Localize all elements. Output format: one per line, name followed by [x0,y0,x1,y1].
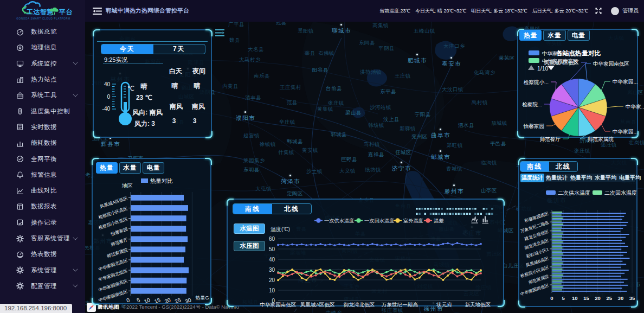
supply-temp-bar[interactable] [552,291,627,292]
sidebar-item-10[interactable]: 报警信息 [0,167,85,183]
supply-temp-bar[interactable] [552,270,629,271]
return-temp-bar[interactable] [552,235,563,237]
return-temp-bar[interactable] [552,277,562,278]
return-temp-bar[interactable] [552,265,562,266]
return-temp-bar[interactable] [552,229,562,231]
return-legend-swatch[interactable] [593,190,602,195]
return-temp-bar[interactable] [552,221,562,222]
pie-tab-3[interactable]: 电量 [568,30,590,41]
sidebar-item-14[interactable]: 客服系统管理 [0,231,85,246]
pie-legend-swatch[interactable] [529,58,539,63]
line-legend-label[interactable]: 一次回水温度 [364,218,394,223]
return-temp-bar[interactable] [552,290,563,291]
heat-bar[interactable] [131,195,184,201]
map-canvas[interactable]: 广平县魏县大名县大马村乡南乐县内黄县清丰县濮阳市辛庄镇范县王庄集村景阳镇冠县莘县… [85,22,644,313]
sidebar-item-4[interactable]: 热力站点 [0,72,85,87]
supply-temp-bar[interactable] [552,225,627,226]
heat-bar[interactable] [131,205,188,211]
pie-tab-1[interactable]: 热量 [519,30,542,41]
supply-temp-bar[interactable] [552,246,628,247]
supply-temp-bar[interactable] [552,231,621,232]
supply-temp-bar[interactable] [552,240,622,241]
return-temp-bar[interactable] [552,283,562,284]
heat-tab-3[interactable]: 电量 [143,162,164,174]
supply-temp-bar[interactable] [552,279,628,280]
user-role-label[interactable]: 管理员 [622,7,639,15]
sidebar-item-12[interactable]: 数据报表 [0,199,85,214]
supply-temp-bar[interactable] [552,228,623,229]
return-temp-bar[interactable] [552,259,563,260]
heat-bar[interactable] [131,288,186,294]
sidebar-item-6[interactable]: 温度集中控制 [0,103,85,119]
return-temp-bar[interactable] [552,257,562,258]
fullscreen-icon[interactable] [595,8,602,14]
return-temp-bar[interactable] [552,227,562,228]
supply-temp-bar[interactable] [552,243,626,244]
return-temp-bar[interactable] [552,215,562,216]
sidebar-item-7[interactable]: 实时数据 [0,119,85,135]
supply-temp-bar[interactable] [552,255,624,256]
stat-subtab-3[interactable]: 热量平均 [569,174,593,182]
heat-tab-1[interactable]: 热量 [96,162,118,174]
return-temp-bar[interactable] [552,212,563,213]
sidebar-item-11[interactable]: 曲线对比 [0,183,85,199]
return-temp-bar[interactable] [552,247,563,248]
return-temp-bar[interactable] [552,263,563,264]
supply-temp-bar[interactable] [552,264,627,265]
line-legend-label[interactable]: 一次供水温度 [324,218,354,223]
return-legend-label[interactable]: 二次回水温度 [604,190,637,196]
supply-temp-bar[interactable] [552,273,625,274]
sidebar-item-3[interactable]: 系统监控 [0,56,85,72]
supply-temp-bar[interactable] [552,234,629,235]
return-temp-bar[interactable] [552,218,563,219]
heat-bar[interactable] [131,226,186,232]
line-legend-dot[interactable] [426,218,430,222]
supply-temp-bar[interactable] [552,249,622,250]
return-temp-bar[interactable] [552,274,563,276]
pager-down-icon[interactable] [548,66,555,71]
supply-temp-bar[interactable] [552,276,621,277]
return-temp-bar[interactable] [552,271,562,272]
heat-bar[interactable] [131,236,188,242]
heat-legend-swatch[interactable] [141,178,148,183]
sidebar-item-1[interactable]: 数据总览 [0,24,85,40]
line-legend-dot[interactable] [395,218,400,222]
sidebar-item-5[interactable]: 系统工具 [0,87,85,103]
stat-subtab-4[interactable]: 水量平均 [594,174,617,182]
line-legend-label[interactable]: 室外温度 [403,218,423,223]
heat-bar[interactable] [131,267,189,273]
return-temp-bar[interactable] [552,239,562,240]
supply-temp-bar[interactable] [552,258,630,259]
heat-tab-2[interactable]: 水量 [119,162,141,174]
supply-temp-bar[interactable] [552,282,624,283]
supply-temp-bar[interactable] [552,213,626,214]
supply-temp-bar[interactable] [552,222,628,223]
return-temp-bar[interactable] [552,241,563,242]
heat-bar[interactable] [131,257,184,263]
heat-bar[interactable] [131,247,186,253]
supply-temp-bar[interactable] [552,216,624,217]
heat-bar[interactable] [131,278,187,284]
pager-up-icon[interactable] [528,65,534,70]
heat-bar[interactable] [131,215,186,221]
supply-temp-bar[interactable] [552,261,623,262]
user-avatar[interactable] [611,7,619,15]
pie-tab-2[interactable]: 水量 [543,30,565,41]
supply-temp-bar[interactable] [552,252,627,253]
return-temp-bar[interactable] [552,251,562,252]
return-temp-bar[interactable] [552,269,563,270]
line-legend-dot[interactable] [316,218,320,222]
heat-legend-label[interactable]: 热量对比 [150,177,173,184]
pie-legend-swatch[interactable] [529,50,539,55]
sidebar-item-8[interactable]: 能耗数据 [0,135,85,151]
toolbox-bar-icon[interactable] [482,216,489,223]
supply-legend-label[interactable]: 二次供水温度 [558,190,590,196]
supply-temp-bar[interactable] [552,219,622,220]
collapse-menu-icon[interactable] [93,8,102,15]
return-temp-bar[interactable] [552,253,563,254]
return-temp-bar[interactable] [552,223,563,225]
tab-south-line[interactable]: 南线 [520,162,549,171]
map-layers-icon[interactable] [215,29,224,36]
supply-temp-bar[interactable] [552,267,621,268]
sidebar-item-16[interactable]: 系统管理 [0,262,85,278]
